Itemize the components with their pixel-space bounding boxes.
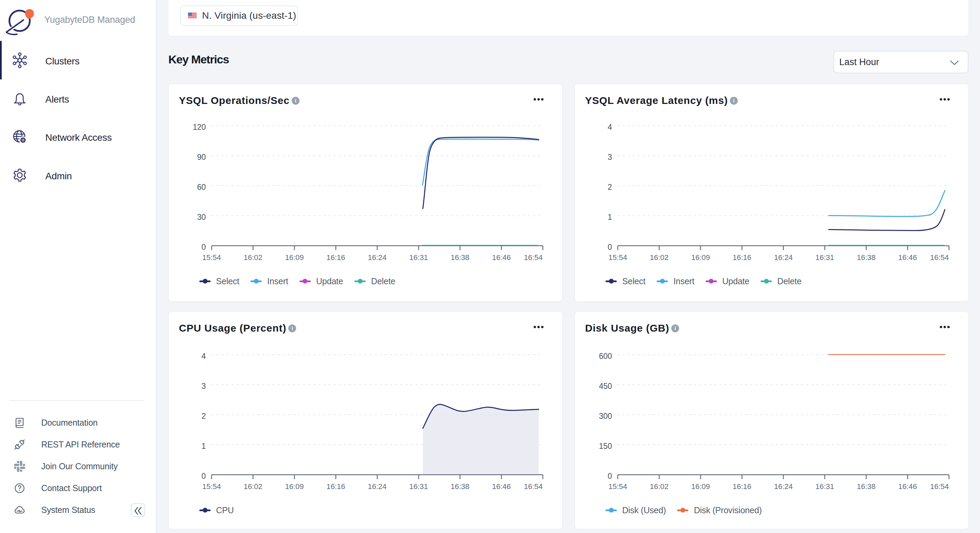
- svg-text:16:54: 16:54: [524, 253, 542, 262]
- svg-text:2: 2: [608, 183, 612, 191]
- svg-text:600: 600: [599, 352, 612, 361]
- svg-text:16:54: 16:54: [524, 482, 542, 491]
- svg-text:16:24: 16:24: [368, 482, 387, 491]
- svg-text:16:24: 16:24: [774, 253, 792, 262]
- svg-text:16:31: 16:31: [815, 253, 834, 262]
- svg-text:30: 30: [197, 213, 206, 221]
- svg-text:16:09: 16:09: [285, 482, 304, 491]
- svg-text:16:09: 16:09: [691, 253, 710, 262]
- svg-text:0: 0: [201, 243, 206, 251]
- svg-text:16:09: 16:09: [691, 482, 710, 491]
- svg-text:16:24: 16:24: [774, 482, 792, 491]
- svg-text:16:38: 16:38: [450, 482, 469, 491]
- svg-text:0: 0: [608, 243, 612, 251]
- svg-text:1: 1: [201, 442, 206, 450]
- svg-text:15:54: 15:54: [608, 482, 627, 491]
- svg-text:16:02: 16:02: [650, 253, 668, 262]
- svg-text:16:16: 16:16: [326, 253, 345, 262]
- svg-text:16:54: 16:54: [930, 253, 949, 262]
- svg-text:16:38: 16:38: [857, 253, 875, 262]
- svg-text:16:31: 16:31: [815, 482, 834, 491]
- svg-text:16:38: 16:38: [450, 253, 469, 262]
- svg-text:60: 60: [197, 183, 206, 191]
- svg-text:16:46: 16:46: [492, 253, 511, 262]
- svg-text:15:54: 15:54: [608, 253, 627, 262]
- svg-text:16:38: 16:38: [857, 482, 875, 491]
- svg-text:16:16: 16:16: [733, 253, 751, 262]
- svg-text:16:09: 16:09: [285, 253, 304, 262]
- svg-text:0: 0: [201, 472, 206, 480]
- svg-text:2: 2: [201, 412, 206, 420]
- svg-text:16:31: 16:31: [409, 482, 428, 491]
- svg-text:1: 1: [608, 213, 612, 221]
- svg-text:3: 3: [201, 382, 206, 391]
- svg-text:3: 3: [608, 153, 612, 162]
- svg-text:16:02: 16:02: [243, 482, 262, 491]
- svg-text:16:46: 16:46: [492, 482, 511, 491]
- svg-text:90: 90: [197, 153, 206, 162]
- svg-text:450: 450: [599, 382, 612, 391]
- svg-text:150: 150: [599, 442, 612, 450]
- svg-text:16:54: 16:54: [930, 482, 949, 491]
- svg-text:16:16: 16:16: [733, 482, 751, 491]
- svg-text:16:31: 16:31: [409, 253, 428, 262]
- svg-text:16:46: 16:46: [898, 482, 917, 491]
- svg-text:16:46: 16:46: [898, 253, 917, 262]
- svg-text:16:02: 16:02: [243, 253, 262, 262]
- svg-text:0: 0: [608, 472, 612, 480]
- svg-text:16:24: 16:24: [368, 253, 387, 262]
- svg-text:15:54: 15:54: [202, 482, 221, 491]
- svg-text:4: 4: [608, 123, 612, 132]
- svg-text:300: 300: [599, 412, 612, 420]
- svg-text:120: 120: [193, 123, 206, 132]
- svg-text:15:54: 15:54: [202, 253, 221, 262]
- svg-text:4: 4: [201, 352, 206, 361]
- svg-text:16:16: 16:16: [326, 482, 345, 491]
- svg-text:16:02: 16:02: [650, 482, 668, 491]
